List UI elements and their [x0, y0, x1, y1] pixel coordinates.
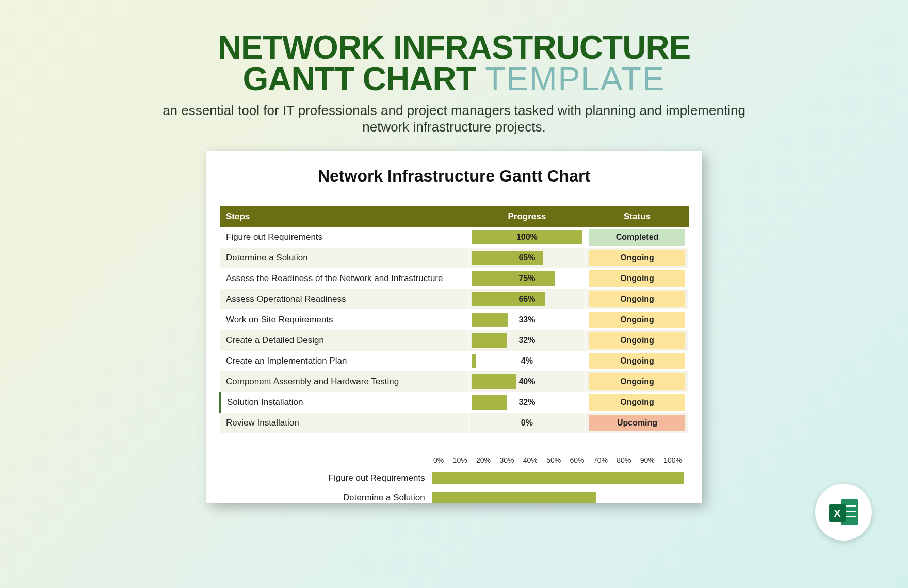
status-badge: Ongoing — [589, 332, 685, 349]
status-badge: Upcoming — [589, 415, 685, 431]
table-row: Create a Detailed Design32%Ongoing — [220, 330, 689, 351]
axis-tick: 100% — [663, 456, 682, 464]
progress-label: 4% — [472, 354, 582, 368]
status-cell: Ongoing — [586, 351, 689, 371]
status-badge: Ongoing — [589, 270, 685, 287]
col-status: Status — [586, 206, 689, 227]
hchart-axis: 0%10%20%30%40%50%60%70%80%90%100% — [224, 456, 684, 464]
step-cell: Component Assembly and Hardware Testing — [220, 371, 468, 392]
table-row: Figure out Requirements100%Completed — [220, 227, 689, 248]
step-cell: Work on Site Requirements — [220, 309, 468, 330]
table-row: Component Assembly and Hardware Testing4… — [220, 371, 689, 392]
progress-label: 33% — [472, 313, 582, 327]
title-line1: NETWORK INFRASTRUCTURE — [218, 32, 691, 63]
title-line2: GANTT CHART TEMPLATE — [218, 63, 691, 95]
hchart-bar — [432, 492, 596, 503]
step-cell: Assess the Readiness of the Network and … — [220, 268, 468, 289]
axis-tick: 30% — [499, 456, 514, 464]
step-cell: Create a Detailed Design — [220, 330, 468, 351]
hchart-label: Figure out Requirements — [224, 473, 432, 483]
progress-label: 32% — [472, 395, 582, 410]
axis-tick: 70% — [593, 456, 608, 464]
axis-tick: 50% — [546, 456, 561, 464]
status-cell: Completed — [586, 227, 689, 248]
title-line2b: TEMPLATE — [476, 60, 666, 97]
progress-label: 32% — [472, 333, 582, 348]
progress-label: 100% — [472, 230, 582, 244]
spreadsheet-card: Network Infrastructure Gantt Chart Steps… — [206, 151, 702, 503]
hchart-label: Determine a Solution — [224, 493, 432, 503]
excel-icon: X — [829, 497, 858, 527]
status-badge: Ongoing — [589, 353, 685, 369]
progress-cell: 32% — [468, 392, 586, 413]
col-progress: Progress — [468, 206, 586, 227]
status-cell: Ongoing — [586, 289, 689, 309]
progress-cell: 66% — [468, 289, 586, 309]
axis-tick: 10% — [453, 456, 467, 464]
progress-cell: 33% — [468, 309, 586, 330]
table-row: Assess Operational Readiness66%Ongoing — [220, 289, 689, 309]
status-cell: Ongoing — [586, 248, 689, 268]
axis-tick: 60% — [570, 456, 585, 464]
excel-badge: X — [815, 484, 872, 541]
step-cell: Solution Installation — [220, 392, 468, 413]
hchart-row: Determine a Solution — [224, 492, 684, 503]
status-badge: Ongoing — [589, 394, 685, 411]
status-badge: Ongoing — [589, 312, 685, 328]
progress-cell: 32% — [468, 330, 586, 351]
axis-tick: 80% — [617, 456, 631, 464]
table-row: Assess the Readiness of the Network and … — [220, 268, 689, 289]
progress-label: 40% — [472, 374, 582, 389]
status-cell: Ongoing — [586, 309, 689, 330]
progress-cell: 100% — [468, 227, 586, 248]
status-cell: Ongoing — [586, 268, 689, 289]
progress-cell: 40% — [468, 371, 586, 392]
status-badge: Completed — [589, 229, 685, 246]
step-cell: Figure out Requirements — [220, 227, 468, 248]
table-row: Work on Site Requirements33%Ongoing — [220, 309, 689, 330]
table-row: Review Installation0%Upcoming — [220, 413, 689, 433]
status-cell: Ongoing — [586, 371, 689, 392]
subtitle: an essential tool for IT professionals a… — [155, 102, 753, 136]
progress-cell: 65% — [468, 248, 586, 268]
axis-tick: 40% — [523, 456, 538, 464]
axis-tick: 20% — [476, 456, 491, 464]
status-badge: Ongoing — [589, 291, 685, 307]
status-cell: Ongoing — [586, 330, 689, 351]
sheet-title: Network Infrastructure Gantt Chart — [219, 160, 689, 206]
table-row: Determine a Solution65%Ongoing — [220, 248, 689, 268]
status-cell: Upcoming — [586, 413, 689, 433]
step-cell: Create an Implementation Plan — [220, 351, 468, 371]
excel-letter: X — [829, 504, 846, 522]
title-line2a: GANTT CHART — [243, 60, 476, 97]
hchart-bar — [432, 472, 684, 484]
status-badge: Ongoing — [589, 250, 685, 266]
status-badge: Ongoing — [589, 373, 685, 390]
col-steps: Steps — [220, 206, 468, 227]
progress-label: 0% — [472, 416, 582, 430]
progress-label: 66% — [472, 292, 582, 306]
progress-label: 75% — [472, 271, 582, 286]
progress-cell: 4% — [468, 351, 586, 371]
axis-tick: 90% — [640, 456, 655, 464]
progress-label: 65% — [472, 251, 582, 265]
progress-cell: 75% — [468, 268, 586, 289]
step-cell: Review Installation — [220, 413, 468, 433]
horizontal-bar-chart: 0%10%20%30%40%50%60%70%80%90%100% Figure… — [219, 456, 689, 503]
progress-cell: 0% — [468, 413, 586, 433]
page-title: NETWORK INFRASTRUCTURE GANTT CHART TEMPL… — [218, 32, 691, 95]
axis-tick: 0% — [433, 456, 444, 464]
table-row: Solution Installation32%Ongoing — [220, 392, 689, 413]
progress-table: Steps Progress Status Figure out Require… — [219, 206, 689, 433]
table-row: Create an Implementation Plan4%Ongoing — [220, 351, 689, 371]
step-cell: Assess Operational Readiness — [220, 289, 468, 309]
status-cell: Ongoing — [586, 392, 689, 413]
step-cell: Determine a Solution — [220, 248, 468, 268]
hchart-row: Figure out Requirements — [224, 472, 684, 484]
